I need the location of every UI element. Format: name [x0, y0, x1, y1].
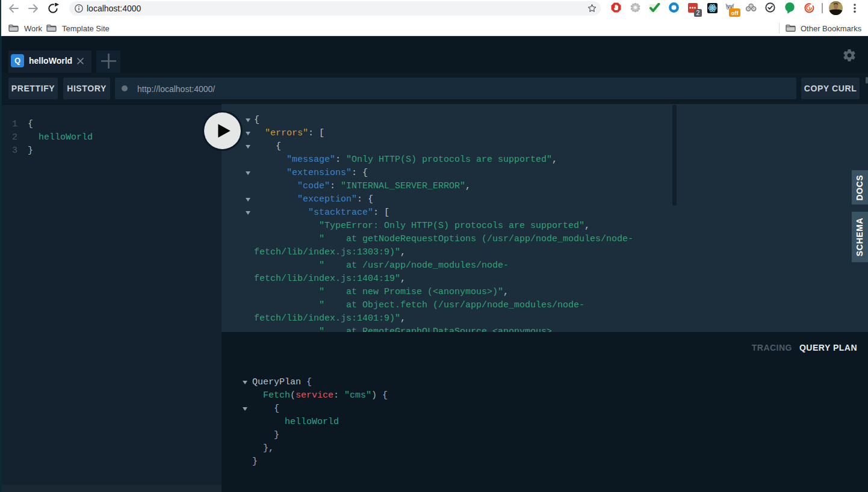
svg-text:off: off	[731, 10, 739, 16]
svg-text:2: 2	[696, 9, 700, 16]
